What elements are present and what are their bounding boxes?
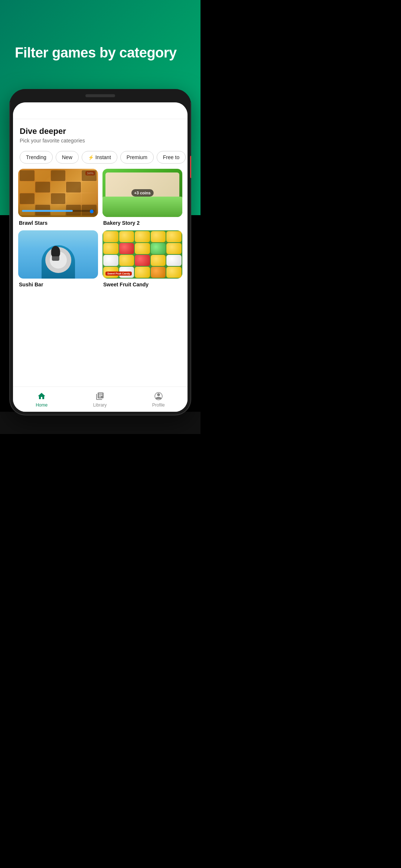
game-card-brawl-stars[interactable]: 34% Brawl Stars [18,169,98,226]
chip-free-label: Free to [163,154,179,160]
nav-item-home[interactable]: Home [28,389,55,410]
lightning-icon: ⚡ [88,155,94,160]
bottom-navigation: Home Library [13,387,188,412]
scroll-indicator [190,156,191,178]
nav-item-library[interactable]: Library [86,389,114,410]
screen-content: Dive deeper Pick your favorite categorie… [13,102,188,412]
game-thumb-sweet-fruit-candy: Sweet Fruit Candy [102,230,182,279]
brawl-health-fill [22,210,73,212]
brawl-dot [90,210,94,213]
games-grid: 34% Brawl Stars [13,169,188,293]
game-card-sushi-bar[interactable]: Sushi Bar [18,230,98,287]
phone-screen: Dive deeper Pick your favorite categorie… [13,102,188,412]
section-subtitle: Pick your favorite categories [20,138,181,144]
chip-new[interactable]: New [56,151,79,164]
nav-label-library: Library [93,402,107,408]
brawl-health-bar [22,210,94,212]
game-name-sweet-fruit-candy: Sweet Fruit Candy [102,282,182,287]
section-header: Dive deeper Pick your favorite categorie… [13,119,188,147]
phone-device: Dive deeper Pick your favorite categorie… [9,89,191,415]
chip-free[interactable]: Free to [157,151,186,164]
filter-chips-row: Trending New ⚡ Instant Premium Free to [13,147,188,169]
nav-label-profile: Profile [152,402,165,408]
library-icon [95,391,105,401]
home-icon [37,391,46,401]
game-card-sweet-fruit-candy[interactable]: Sweet Fruit Candy Sweet Fruit Candy [102,230,182,287]
game-name-sushi-bar: Sushi Bar [18,282,98,287]
game-name-brawl-stars: Brawl Stars [18,220,98,226]
section-title: Dive deeper [20,126,181,136]
nav-item-profile[interactable]: Profile [145,389,172,410]
chip-instant-label: Instant [95,154,111,160]
chip-new-label: New [62,154,72,160]
phone-speaker [85,94,115,97]
sushi-character [51,246,60,257]
game-name-bakery-story: Bakery Story 2 [102,220,182,226]
chip-trending-label: Trending [26,154,46,160]
chip-premium-label: Premium [127,154,147,160]
game-thumb-bakery-story: +3 coins [102,169,182,217]
profile-icon [154,391,163,401]
candy-logo-badge: Sweet Fruit Candy [105,272,132,276]
chip-trending[interactable]: Trending [20,151,53,164]
top-app-bar [13,102,188,119]
game-thumb-sushi-bar [18,230,98,279]
nav-label-home: Home [36,402,48,408]
bakery-coin-badge: +3 coins [131,189,153,197]
chip-premium[interactable]: Premium [120,151,154,164]
game-card-bakery-story[interactable]: +3 coins Bakery Story 2 [102,169,182,226]
bakery-floor [102,197,182,217]
chip-instant[interactable]: ⚡ Instant [82,151,117,164]
phone-notch [9,89,191,102]
game-thumb-brawl-stars: 34% [18,169,98,217]
hero-title: Filter games by category [15,45,186,62]
